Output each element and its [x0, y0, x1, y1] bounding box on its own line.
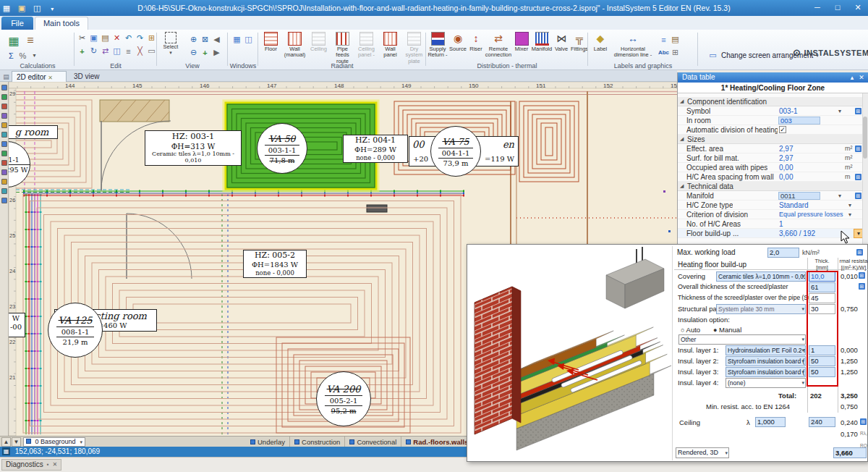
- zoom-in-icon[interactable]: ⊕: [188, 34, 199, 45]
- fittings-button[interactable]: ╦ Fittings: [570, 31, 589, 52]
- abc-text-icon[interactable]: Abc: [658, 47, 669, 58]
- shared-param-icon[interactable]: ⊞: [855, 193, 861, 199]
- mirror-icon[interactable]: ⇄: [100, 46, 111, 56]
- section-sizes[interactable]: ◢ Sizes: [678, 135, 863, 144]
- label-button[interactable]: ◆ Label: [589, 31, 612, 52]
- covering-select[interactable]: Ceramic tiles λ=1,0 10mm - 0,010▾: [716, 271, 806, 282]
- sum-icon[interactable]: Σ: [6, 50, 17, 61]
- auto-division-checkbox[interactable]: ✓: [779, 126, 786, 133]
- minimize-button[interactable]: ─: [807, 0, 827, 16]
- area-circle-va50[interactable]: VA 50 003-1-1 71,8 m: [257, 123, 307, 174]
- side-tool-12[interactable]: [1, 188, 7, 194]
- floor-button[interactable]: Floor: [259, 31, 283, 52]
- side-tool-4[interactable]: [1, 113, 7, 119]
- select-button[interactable]: Select ▾: [158, 31, 184, 56]
- side-tool-10[interactable]: [1, 169, 7, 175]
- layer-down-button[interactable]: ▼: [12, 437, 21, 447]
- ceiling-lambda-field[interactable]: 1,000: [755, 417, 786, 427]
- tab-main-tools[interactable]: Main tools: [35, 17, 88, 30]
- paste-icon[interactable]: ▤: [100, 33, 111, 43]
- erase-icon[interactable]: ╳: [135, 46, 145, 56]
- in-room-field[interactable]: 003: [778, 117, 820, 125]
- hz-label-003-1[interactable]: HZ: 003-1 ΦH=313 W Ceramic tiles λ=1,0 1…: [145, 130, 242, 166]
- side-tool-8[interactable]: [1, 151, 7, 156]
- group-icon[interactable]: ◫: [111, 46, 122, 56]
- radio-auto[interactable]: ○ Auto: [681, 325, 700, 335]
- section-technical-data[interactable]: ◢ Technical data: [678, 182, 863, 191]
- shared-param-icon[interactable]: ⊞: [855, 174, 861, 180]
- shared-param-icon[interactable]: ⊞: [860, 418, 867, 425]
- bill-of-materials-icon[interactable]: ≡: [22, 33, 38, 49]
- side-tool-9[interactable]: [1, 160, 7, 166]
- pan-icon[interactable]: +: [200, 47, 210, 58]
- save-icon[interactable]: ◫: [31, 2, 43, 14]
- section-component-identification[interactable]: ◢ Component identification: [678, 97, 863, 106]
- ceiling-thickness-field[interactable]: 240: [809, 417, 835, 427]
- insulation-set-select[interactable]: Other▾: [678, 334, 806, 345]
- maximize-button[interactable]: □: [827, 0, 848, 16]
- shared-param-icon[interactable]: ⊞: [856, 249, 863, 256]
- side-tool-5[interactable]: [1, 122, 7, 128]
- layer-tab-convectional[interactable]: Convectional: [345, 437, 401, 447]
- dry-system-plate-button[interactable]: Dry system plate: [402, 31, 426, 64]
- valve-button[interactable]: ⋈ Valve: [553, 31, 570, 52]
- riser-button[interactable]: ↕ Riser: [467, 31, 485, 52]
- side-tool-13[interactable]: [1, 198, 7, 203]
- close-diagnostics-icon[interactable]: ✕: [53, 460, 58, 470]
- previous-view-icon[interactable]: ◀: [211, 34, 222, 45]
- list-icon[interactable]: ≡: [658, 34, 669, 45]
- close-button[interactable]: ✕: [848, 0, 868, 16]
- calculations-dropdown-icon[interactable]: ▾: [29, 50, 40, 61]
- open-project-icon[interactable]: ▣: [16, 2, 27, 14]
- remote-connection-button[interactable]: ⇄ Remote connection: [485, 31, 512, 59]
- insul-layer1-select[interactable]: Hydroinsulation PE Foil 0.2 n▾: [726, 345, 806, 355]
- close-tab-icon[interactable]: ✕: [48, 75, 53, 81]
- percent-icon[interactable]: %: [17, 50, 28, 61]
- layer-tab-construction[interactable]: Construction: [290, 437, 345, 447]
- wall-manual-button[interactable]: Wall (manual): [283, 31, 307, 59]
- copy-icon[interactable]: ▣: [88, 33, 99, 43]
- hz-label-004-1[interactable]: HZ: 004-1 ΦH=289 W none - 0,000: [343, 135, 408, 163]
- shared-param-icon[interactable]: ⊞: [855, 108, 861, 114]
- array-icon[interactable]: ⊞: [146, 33, 157, 43]
- collapse-panel-icon[interactable]: ▴: [848, 72, 856, 83]
- pin-icon[interactable]: ▪: [47, 460, 49, 470]
- manifold-field[interactable]: 0011: [778, 192, 820, 200]
- panel-toggle-icon[interactable]: ▤: [1, 71, 12, 82]
- insul-layer3-select[interactable]: Styrofoam insulation board (▾: [726, 367, 806, 377]
- manifold-button[interactable]: Manifold: [531, 31, 553, 52]
- table-icon[interactable]: ▤: [670, 34, 681, 45]
- tile-windows-icon[interactable]: ◫: [243, 34, 254, 45]
- insul-layer4-select[interactable]: (none)▾: [726, 378, 806, 388]
- shared-param-icon[interactable]: ⊞: [855, 146, 861, 152]
- side-tool-2[interactable]: [1, 94, 7, 100]
- side-tool-7[interactable]: [1, 141, 7, 147]
- pipe-feeds-route-button[interactable]: Pipe feeds route: [331, 31, 354, 64]
- scrollbar-thumb[interactable]: [863, 117, 867, 159]
- diagnostics-panel-tab[interactable]: Diagnostics ▪ ✕: [1, 459, 61, 471]
- structural-panel-select[interactable]: System plate 30 mm▾: [716, 304, 806, 314]
- source-button[interactable]: ◉ Source: [448, 31, 467, 52]
- redo-icon[interactable]: ↷: [135, 33, 145, 43]
- ceiling-panel-button[interactable]: Ceiling panel -: [354, 31, 378, 59]
- layers-icon[interactable]: ≡: [123, 46, 134, 56]
- undo-icon[interactable]: ↶: [123, 33, 134, 43]
- close-panel-icon[interactable]: ✕: [857, 72, 866, 83]
- tab-file[interactable]: File: [1, 17, 33, 30]
- baseground-select[interactable]: 0 Baseground ▾: [23, 437, 85, 447]
- data-table-header[interactable]: Data table ▴ ✕: [678, 72, 868, 83]
- area-circle-va125[interactable]: VA 125 008-1-1 21,9 m: [48, 303, 103, 358]
- side-tool-11[interactable]: [1, 179, 7, 185]
- area-circle-va200[interactable]: VA 200 005-2-1 95,2 m: [316, 371, 371, 426]
- dropdown-arrow-icon[interactable]: ▾: [848, 201, 851, 210]
- rectangle-icon[interactable]: ▭: [146, 46, 157, 56]
- select-dropdown-icon[interactable]: ▾: [169, 50, 172, 56]
- mixer-button[interactable]: Mixer: [512, 31, 531, 52]
- hz-label-005-2[interactable]: HZ: 005-2 ΦH=1843 W none - 0,000: [243, 250, 307, 278]
- zoom-out-icon[interactable]: ⊖: [188, 47, 199, 58]
- side-tool-6[interactable]: [1, 132, 7, 138]
- render-mode-select[interactable]: Rendered, 3D▾: [676, 447, 729, 458]
- zoom-extents-icon[interactable]: ⊠: [200, 34, 210, 45]
- layer-tab-underlay[interactable]: Underlay: [246, 437, 290, 447]
- wall-panel-button[interactable]: Wall panel: [378, 31, 402, 59]
